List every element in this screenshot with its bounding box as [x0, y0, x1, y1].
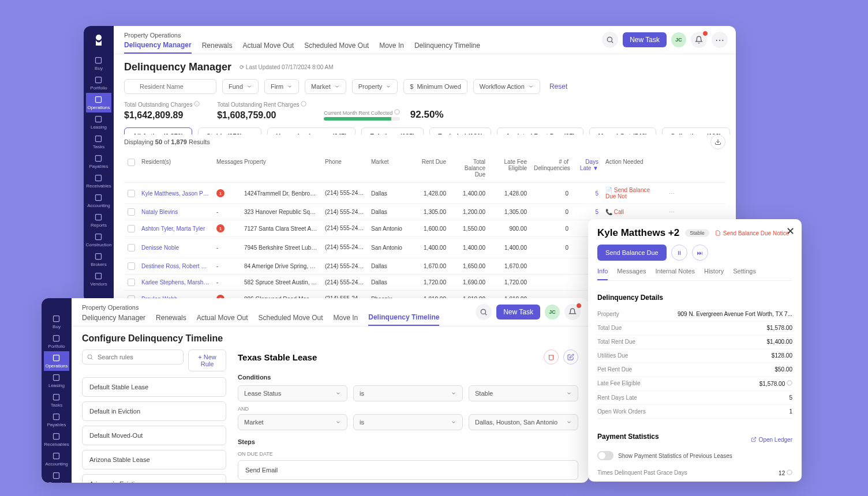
- condition-field-select[interactable]: Market: [238, 414, 347, 430]
- sidebar-item-payables[interactable]: Payables: [44, 410, 69, 430]
- tab-delinquency-timeline[interactable]: Delinquency Timeline: [368, 313, 439, 326]
- col-rent-due[interactable]: Rent Due: [413, 159, 450, 178]
- row-checkbox[interactable]: [128, 262, 135, 270]
- tab-delinquency-timeline[interactable]: Delinquency Timeline: [414, 42, 480, 53]
- col-delinquencies[interactable]: # of Delinquencies: [530, 159, 572, 178]
- download-button[interactable]: [710, 134, 725, 149]
- sidebar-item-tasks[interactable]: Tasks: [86, 132, 112, 152]
- row-checkbox[interactable]: [128, 190, 135, 197]
- notifications-button[interactable]: [691, 32, 707, 48]
- workflow-action-filter[interactable]: Workflow Action: [473, 79, 540, 94]
- tab-renewals[interactable]: Renewals: [156, 314, 186, 325]
- sidebar-item-reports[interactable]: Reports: [86, 211, 112, 230]
- select-all-checkbox[interactable]: [128, 159, 135, 166]
- minimum-owed-filter[interactable]: $ Minimum Owed: [403, 79, 467, 94]
- sidebar-item-buy[interactable]: Buy: [86, 54, 112, 73]
- col-phone[interactable]: Phone: [321, 159, 368, 178]
- sidebar-item-reports[interactable]: Reports: [44, 469, 69, 483]
- resident-name[interactable]: Ashton Tyler, Marta Tyler: [138, 226, 213, 232]
- row-checkbox[interactable]: [128, 244, 135, 251]
- open-ledger-link[interactable]: Open Ledger: [751, 437, 792, 443]
- col-late-fee[interactable]: Late Fee Eligible: [489, 159, 530, 178]
- condition-op-select[interactable]: is: [353, 385, 463, 401]
- user-avatar[interactable]: JC: [545, 305, 560, 320]
- col-balance[interactable]: Total Balance Due: [450, 159, 489, 178]
- sidebar-item-receivables[interactable]: Receivables: [86, 171, 112, 191]
- status-tab[interactable]: Excluded (131)0 Actions Needed: [429, 127, 492, 134]
- firm-filter[interactable]: Firm: [264, 79, 299, 94]
- sidebar-item-construction[interactable]: Construction: [86, 230, 112, 250]
- resident-name[interactable]: Kyle Matthews, Jason Paige, Ian...: [138, 190, 213, 197]
- tab-deliquency-manager[interactable]: Deliquency Manager: [82, 314, 145, 325]
- sidebar-item-leasing[interactable]: Leasing: [44, 371, 69, 390]
- new-rule-button[interactable]: + New Rule: [188, 350, 226, 371]
- sidebar-item-portfolio[interactable]: Portfolio: [44, 332, 69, 351]
- search-button[interactable]: [476, 304, 492, 320]
- resident-name[interactable]: Destinee Ross, Robert Ross: [138, 263, 213, 269]
- row-more-button[interactable]: ⋯: [665, 190, 677, 197]
- edit-rule-button[interactable]: [563, 350, 578, 365]
- rule-item[interactable]: Default in Eviction: [82, 401, 226, 421]
- sidebar-item-operations[interactable]: Operations: [86, 93, 112, 112]
- step-card[interactable]: Send Email: [238, 460, 578, 480]
- fund-filter[interactable]: Fund: [222, 79, 259, 94]
- tab-deliquency-manager[interactable]: Deliquency Manager: [124, 41, 192, 54]
- delete-rule-button[interactable]: [544, 350, 559, 365]
- rule-item[interactable]: Default Stable Lease: [82, 377, 226, 397]
- tab-move-in[interactable]: Move In: [334, 314, 358, 325]
- new-task-button[interactable]: New Task: [496, 305, 540, 320]
- status-tab[interactable]: Assisted Rent Due (97)56 Actions Needed: [497, 127, 583, 134]
- status-tab[interactable]: All Active (1,879)209 Actions Needed: [124, 127, 192, 134]
- reset-filters-link[interactable]: Reset: [549, 82, 567, 91]
- send-balance-action[interactable]: 📄 Send Balance Due Not: [605, 187, 662, 200]
- sidebar-item-brokers[interactable]: Brokers: [86, 250, 112, 269]
- panel-tab-history[interactable]: History: [704, 268, 724, 280]
- user-avatar[interactable]: JC: [671, 32, 686, 47]
- notifications-button[interactable]: [564, 304, 581, 320]
- panel-tab-settings[interactable]: Settings: [733, 268, 756, 280]
- table-row[interactable]: Kyle Matthews, Jason Paige, Ian...11424T…: [124, 183, 725, 204]
- resident-name[interactable]: Karlee Stephens, Marshall Steph...: [138, 279, 213, 285]
- status-tab[interactable]: Moved Out (542)0 Actions Needed: [589, 127, 656, 134]
- call-action[interactable]: 📞 Call: [605, 209, 662, 215]
- row-checkbox[interactable]: [128, 225, 135, 232]
- condition-value-select[interactable]: Dallas, Houston, San Antonio: [469, 414, 578, 430]
- search-button[interactable]: [602, 32, 618, 48]
- rule-item[interactable]: Arizona in Eviction: [82, 474, 226, 483]
- tab-renewals[interactable]: Renewals: [202, 42, 233, 53]
- panel-tab-internal-notes[interactable]: Internal Notes: [656, 268, 695, 280]
- sidebar-item-portfolio[interactable]: Portfolio: [86, 73, 112, 93]
- col-market[interactable]: Market: [368, 159, 413, 178]
- sidebar-item-operations[interactable]: Operations: [44, 351, 69, 371]
- panel-tab-info[interactable]: Info: [597, 268, 608, 280]
- row-checkbox[interactable]: [128, 279, 135, 286]
- status-tab[interactable]: Stable (976)114 Actions Needed: [198, 127, 262, 134]
- sidebar-item-vendors[interactable]: Vendors: [86, 269, 112, 289]
- skip-button[interactable]: ⏭: [692, 245, 708, 261]
- resident-name[interactable]: Denisse Noble: [138, 245, 213, 251]
- send-balance-button[interactable]: Send Balance Due: [597, 245, 667, 261]
- tab-scheduled-move-out[interactable]: Scheduled Move Out: [258, 314, 323, 325]
- sidebar-item-tasks[interactable]: Tasks: [44, 390, 69, 410]
- status-tab[interactable]: Upcoming Leases (647)0 Actions Needed: [267, 127, 356, 134]
- rules-search-input[interactable]: [82, 350, 184, 365]
- col-action[interactable]: Action Needed: [602, 159, 665, 178]
- previous-leases-toggle[interactable]: [597, 451, 613, 460]
- property-filter[interactable]: Property: [352, 79, 398, 94]
- tab-actual-move-out[interactable]: Actual Move Out: [242, 42, 294, 53]
- sidebar-item-accounting[interactable]: Accounting: [44, 449, 69, 469]
- col-days-late[interactable]: Days Late ▼: [572, 159, 602, 178]
- new-task-button[interactable]: New Task: [623, 32, 667, 47]
- sidebar-item-buy[interactable]: Buy: [44, 312, 69, 332]
- more-menu-button[interactable]: ⋯: [712, 32, 728, 48]
- market-filter[interactable]: Market: [305, 79, 346, 94]
- col-property[interactable]: Property: [241, 159, 321, 178]
- condition-field-select[interactable]: Lease Status: [238, 385, 347, 401]
- condition-value-select[interactable]: Stable: [469, 385, 578, 401]
- sidebar-item-payables[interactable]: Payables: [86, 152, 112, 171]
- row-more-button[interactable]: ⋯: [665, 209, 677, 215]
- tab-move-in[interactable]: Move In: [379, 42, 404, 53]
- pause-button[interactable]: ⏸: [671, 245, 687, 261]
- sidebar-item-receivables[interactable]: Receivables: [44, 430, 69, 449]
- rule-item[interactable]: Arizona Stable Lease: [82, 450, 226, 469]
